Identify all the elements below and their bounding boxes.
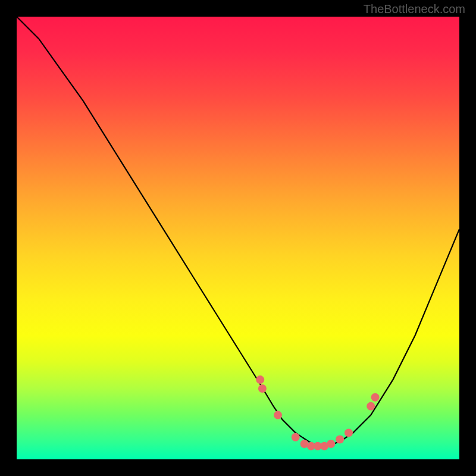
marker-point: [292, 433, 300, 441]
chart-svg: [17, 17, 459, 459]
marker-point: [256, 375, 264, 384]
marker-point: [371, 393, 380, 402]
marker-point: [327, 440, 335, 448]
marker-point: [258, 384, 267, 393]
bottleneck-curve: [17, 17, 459, 446]
marker-point: [367, 402, 375, 411]
marker-point: [336, 436, 344, 444]
highlight-markers: [256, 375, 379, 450]
plot-area: [17, 17, 459, 459]
watermark-text: TheBottleneck.com: [364, 2, 465, 16]
marker-point: [274, 411, 282, 419]
marker-point: [345, 428, 353, 437]
